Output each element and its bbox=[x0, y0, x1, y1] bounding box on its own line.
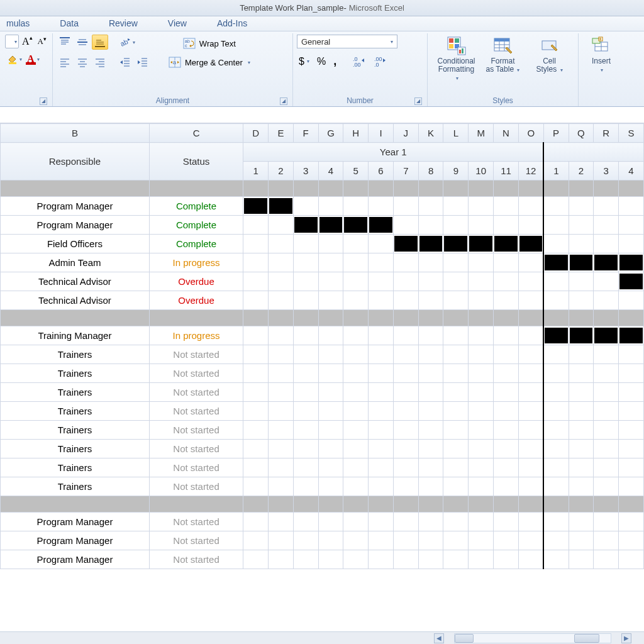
gantt-cell[interactable] bbox=[518, 291, 543, 310]
worksheet[interactable]: BCDEFGHIJKLMNOPQRSResponsibleStatusYear … bbox=[0, 123, 644, 629]
gantt-cell[interactable] bbox=[369, 421, 394, 440]
cell-responsible[interactable]: Training Manager bbox=[1, 326, 150, 345]
gantt-cell[interactable] bbox=[518, 477, 543, 496]
gantt-cell[interactable] bbox=[443, 235, 469, 253]
cell-status[interactable]: Complete bbox=[149, 197, 243, 216]
gantt-cell[interactable] bbox=[418, 326, 443, 345]
gantt-cell[interactable] bbox=[619, 383, 644, 402]
header-month[interactable]: 2 bbox=[569, 162, 594, 180]
gantt-cell[interactable] bbox=[494, 402, 519, 421]
cell-responsible[interactable]: Trainers bbox=[1, 402, 150, 421]
gantt-cell[interactable] bbox=[343, 383, 369, 402]
gantt-cell[interactable] bbox=[318, 345, 343, 364]
gantt-cell[interactable] bbox=[518, 235, 543, 253]
gantt-cell[interactable] bbox=[393, 235, 418, 253]
gantt-cell[interactable] bbox=[293, 531, 318, 550]
gantt-cell[interactable] bbox=[293, 513, 318, 531]
header-month[interactable]: 7 bbox=[393, 162, 418, 180]
gantt-cell[interactable] bbox=[393, 477, 418, 496]
gantt-cell[interactable] bbox=[443, 216, 469, 235]
gantt-cell[interactable] bbox=[343, 345, 369, 364]
align-right-button[interactable] bbox=[92, 55, 108, 70]
decrease-indent-button[interactable] bbox=[117, 55, 133, 70]
gantt-cell[interactable] bbox=[269, 513, 294, 531]
gantt-cell[interactable] bbox=[343, 364, 369, 383]
column-header[interactable]: L bbox=[443, 124, 469, 143]
gantt-cell[interactable] bbox=[369, 272, 394, 291]
gantt-cell[interactable] bbox=[543, 345, 569, 364]
gantt-cell[interactable] bbox=[443, 383, 469, 402]
gantt-cell[interactable] bbox=[343, 272, 369, 291]
decrease-decimal-button[interactable]: .00.0 bbox=[372, 55, 390, 69]
gantt-cell[interactable] bbox=[269, 235, 294, 253]
gantt-cell[interactable] bbox=[293, 216, 318, 235]
tab-addins[interactable]: Add-Ins bbox=[214, 17, 250, 31]
gantt-cell[interactable] bbox=[343, 402, 369, 421]
gantt-cell[interactable] bbox=[293, 197, 318, 216]
gantt-cell[interactable] bbox=[343, 458, 369, 477]
gantt-cell[interactable] bbox=[569, 421, 594, 440]
header-year2[interactable] bbox=[543, 143, 643, 162]
gantt-cell[interactable] bbox=[418, 440, 443, 458]
gantt-cell[interactable] bbox=[469, 197, 494, 216]
header-status[interactable]: Status bbox=[149, 143, 243, 180]
gantt-cell[interactable] bbox=[243, 550, 269, 569]
gantt-cell[interactable] bbox=[269, 326, 294, 345]
column-header[interactable]: G bbox=[318, 124, 343, 143]
gantt-cell[interactable] bbox=[518, 253, 543, 272]
cell-status[interactable]: Complete bbox=[149, 216, 243, 235]
gantt-cell[interactable] bbox=[443, 458, 469, 477]
gantt-cell[interactable] bbox=[518, 440, 543, 458]
cell-responsible[interactable]: Field Officers bbox=[1, 235, 150, 253]
gantt-cell[interactable] bbox=[543, 421, 569, 440]
gantt-cell[interactable] bbox=[494, 550, 519, 569]
gantt-cell[interactable] bbox=[243, 477, 269, 496]
scroll-thumb-2[interactable] bbox=[574, 634, 599, 643]
gantt-cell[interactable] bbox=[569, 216, 594, 235]
number-dialog-launcher[interactable]: ◢ bbox=[414, 97, 422, 105]
gantt-cell[interactable] bbox=[243, 197, 269, 216]
gantt-cell[interactable] bbox=[318, 291, 343, 310]
cell-status[interactable]: Not started bbox=[149, 513, 243, 531]
gantt-cell[interactable] bbox=[343, 197, 369, 216]
gantt-cell[interactable] bbox=[269, 550, 294, 569]
column-header[interactable]: H bbox=[343, 124, 369, 143]
gantt-cell[interactable] bbox=[369, 235, 394, 253]
cell-responsible[interactable]: Program Manager bbox=[1, 216, 150, 235]
gantt-cell[interactable] bbox=[569, 440, 594, 458]
gantt-cell[interactable] bbox=[469, 253, 494, 272]
gantt-cell[interactable] bbox=[318, 235, 343, 253]
gantt-cell[interactable] bbox=[543, 440, 569, 458]
gantt-cell[interactable] bbox=[543, 291, 569, 310]
gantt-cell[interactable] bbox=[269, 345, 294, 364]
gantt-cell[interactable] bbox=[518, 531, 543, 550]
gantt-cell[interactable] bbox=[518, 421, 543, 440]
gantt-cell[interactable] bbox=[469, 364, 494, 383]
gantt-cell[interactable] bbox=[594, 477, 619, 496]
gantt-cell[interactable] bbox=[494, 421, 519, 440]
conditional-formatting-button[interactable]: ConditionalFormatting ▾ bbox=[435, 35, 479, 84]
gantt-cell[interactable] bbox=[594, 291, 619, 310]
cell-responsible[interactable]: Program Manager bbox=[1, 550, 150, 569]
gantt-cell[interactable] bbox=[594, 402, 619, 421]
gantt-cell[interactable] bbox=[543, 364, 569, 383]
column-header[interactable]: N bbox=[494, 124, 519, 143]
cell-status[interactable]: Complete bbox=[149, 235, 243, 253]
gantt-cell[interactable] bbox=[369, 440, 394, 458]
gantt-cell[interactable] bbox=[543, 383, 569, 402]
gantt-cell[interactable] bbox=[369, 458, 394, 477]
cell-responsible[interactable]: Trainers bbox=[1, 383, 150, 402]
insert-button[interactable]: Insert▾ bbox=[582, 35, 620, 75]
gantt-cell[interactable] bbox=[418, 345, 443, 364]
gantt-cell[interactable] bbox=[269, 402, 294, 421]
gantt-cell[interactable] bbox=[318, 216, 343, 235]
gantt-cell[interactable] bbox=[369, 477, 394, 496]
gantt-cell[interactable] bbox=[469, 383, 494, 402]
gantt-cell[interactable] bbox=[243, 383, 269, 402]
cell-responsible[interactable]: Trainers bbox=[1, 345, 150, 364]
gantt-cell[interactable] bbox=[543, 550, 569, 569]
gantt-cell[interactable] bbox=[393, 272, 418, 291]
header-month[interactable]: 4 bbox=[619, 162, 644, 180]
gantt-cell[interactable] bbox=[518, 364, 543, 383]
header-year1[interactable]: Year 1 bbox=[243, 143, 543, 162]
